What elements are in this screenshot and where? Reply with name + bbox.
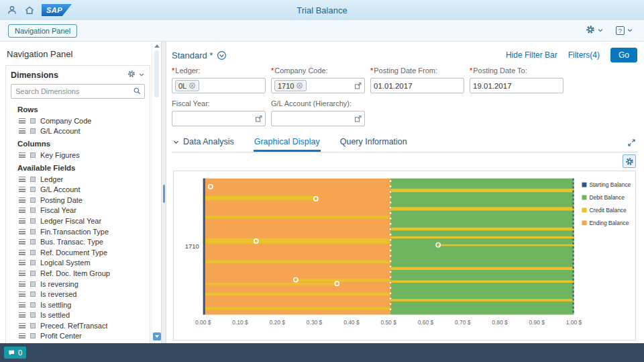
drag-handle-icon[interactable]	[19, 333, 25, 338]
bar-segment-credit[interactable]	[203, 260, 390, 263]
bar-segment-credit[interactable]	[390, 267, 574, 269]
drag-handle-icon[interactable]	[19, 152, 25, 158]
drag-handle-icon[interactable]	[19, 128, 25, 134]
legend-swatch-starting[interactable]	[582, 182, 586, 187]
filter-token[interactable]: 1710	[274, 80, 307, 91]
bar-segment-credit[interactable]	[438, 244, 574, 245]
bar-segment-credit[interactable]	[203, 307, 390, 310]
legend-swatch-ending[interactable]	[582, 220, 586, 225]
dimension-item-profit-center[interactable]: Profit Center	[11, 331, 145, 342]
messages-badge[interactable]: 0	[4, 347, 26, 359]
value-help-icon[interactable]	[255, 115, 263, 123]
field-type-icon	[30, 152, 36, 158]
legend-label[interactable]: Starting Balance	[589, 181, 631, 188]
hide-filter-bar-link[interactable]: Hide Filter Bar	[506, 50, 557, 60]
drag-handle-icon[interactable]	[19, 208, 25, 213]
splitter-grip[interactable]	[163, 185, 165, 203]
bar-segment-credit[interactable]	[390, 188, 574, 191]
bar-segment-credit[interactable]	[203, 282, 337, 285]
legend-swatch-credit[interactable]	[582, 208, 586, 212]
dimension-item-ledger[interactable]: Ledger	[11, 174, 145, 185]
drag-handle-icon[interactable]	[19, 229, 25, 234]
search-icon[interactable]	[133, 87, 142, 97]
drag-handle-icon[interactable]	[19, 271, 25, 276]
variant-selector[interactable]: Standard *	[172, 50, 227, 60]
drag-handle-icon[interactable]	[19, 177, 25, 182]
filter-token[interactable]: 0L	[175, 80, 199, 91]
bar-segment-credit[interactable]	[390, 227, 574, 230]
bar-segment-credit[interactable]	[203, 293, 390, 296]
dimension-item-is-settling[interactable]: Is settling	[11, 300, 145, 310]
filter-input[interactable]	[172, 111, 266, 126]
filters-link[interactable]: Filters(4)	[568, 50, 600, 60]
dimension-item-ref-doc-item-group[interactable]: Ref. Doc. Item Group	[11, 268, 145, 279]
drag-handle-icon[interactable]	[19, 281, 25, 287]
bar-segment-debit[interactable]	[390, 178, 574, 314]
legend-label[interactable]: Credit Balance	[589, 206, 627, 213]
navigation-panel-toggle-button[interactable]: Navigation Panel	[8, 24, 77, 38]
tab-data-analysis[interactable]: Data Analysis	[172, 134, 235, 152]
dimension-item-key-figures[interactable]: Key Figures	[11, 150, 145, 161]
bar-segment-credit[interactable]	[390, 236, 574, 238]
drag-handle-icon[interactable]	[19, 260, 25, 265]
token-remove-icon[interactable]	[189, 82, 196, 89]
dimension-item-g-l-account[interactable]: G/L Account	[11, 126, 145, 137]
drag-handle-icon[interactable]	[19, 291, 25, 297]
dimension-item-is-reversed[interactable]: Is reversed	[11, 289, 145, 300]
filter-input[interactable]: 0L	[172, 78, 266, 93]
filter-input[interactable]	[271, 111, 365, 126]
go-button[interactable]: Go	[610, 48, 637, 62]
dimension-item-posting-date[interactable]: Posting Date	[11, 195, 145, 206]
filter-input[interactable]: 19.01.2017	[470, 78, 564, 93]
bar-segment-credit[interactable]	[390, 299, 574, 302]
drag-handle-icon[interactable]	[19, 312, 25, 318]
user-icon[interactable]	[7, 5, 17, 15]
chart-settings-button[interactable]	[623, 154, 636, 168]
drag-handle-icon[interactable]	[19, 239, 25, 244]
filter-input[interactable]: 1710	[271, 78, 365, 93]
dimension-item-preced-reftransact[interactable]: Preced. RefTransact	[11, 320, 145, 331]
value-help-icon[interactable]	[354, 115, 362, 123]
bar-segment-credit[interactable]	[390, 280, 574, 283]
panel-splitter[interactable]	[161, 42, 166, 343]
dimension-item-ref-document-type[interactable]: Ref. Document Type	[11, 247, 145, 258]
value-help-icon[interactable]	[354, 82, 362, 90]
bar-segment-credit[interactable]	[203, 216, 390, 218]
legend-swatch-debit[interactable]	[582, 195, 586, 199]
dimension-item-is-reversing[interactable]: Is reversing	[11, 279, 145, 289]
dimension-item-g-l-account[interactable]: G/L Account	[11, 184, 145, 195]
scrollbar-thumb[interactable]	[154, 50, 159, 97]
expand-icon[interactable]	[626, 134, 637, 152]
dimension-item-fiscal-year[interactable]: Fiscal Year	[11, 206, 145, 216]
tab-query-information[interactable]: Query Information	[339, 134, 408, 152]
drag-handle-icon[interactable]	[19, 118, 25, 124]
dimension-item-is-settled[interactable]: Is settled	[11, 310, 145, 321]
settings-menu-button[interactable]	[583, 24, 606, 38]
dimension-item-ledger-fiscal-year[interactable]: Ledger Fiscal Year	[11, 216, 145, 226]
legend-label[interactable]: Debit Balance	[589, 193, 625, 200]
scroll-down-arrow[interactable]	[153, 332, 161, 341]
legend-label[interactable]: Ending Balance	[589, 219, 629, 226]
drag-handle-icon[interactable]	[19, 302, 25, 308]
drag-handle-icon[interactable]	[19, 250, 25, 255]
help-menu-button[interactable]: ?	[613, 25, 636, 37]
dimensions-settings-button[interactable]	[127, 70, 145, 80]
bar-segment-credit[interactable]	[390, 207, 574, 210]
filter-input[interactable]: 01.01.2017	[370, 78, 464, 93]
drag-handle-icon[interactable]	[19, 187, 25, 192]
dimension-item-fin-transaction-type[interactable]: Fin.Transaction Type	[11, 226, 145, 237]
tab-graphical-display[interactable]: Graphical Display	[254, 134, 321, 152]
bar-segment-credit[interactable]	[203, 238, 390, 243]
drag-handle-icon[interactable]	[19, 323, 25, 328]
drag-handle-icon[interactable]	[19, 197, 25, 203]
bar-segment-credit[interactable]	[203, 196, 317, 200]
scrollbar-track[interactable]	[154, 48, 160, 332]
dimension-item-bus-transac-type[interactable]: Bus. Transac. Type	[11, 236, 145, 247]
home-icon[interactable]	[24, 5, 35, 15]
dimension-item-logical-system[interactable]: Logical System	[11, 258, 145, 269]
drag-handle-icon[interactable]	[19, 218, 25, 224]
token-remove-icon[interactable]	[296, 82, 303, 89]
dimension-item-company-code[interactable]: Company Code	[11, 116, 145, 126]
bar-segment-credit[interactable]	[296, 279, 390, 281]
search-input[interactable]	[11, 84, 145, 99]
